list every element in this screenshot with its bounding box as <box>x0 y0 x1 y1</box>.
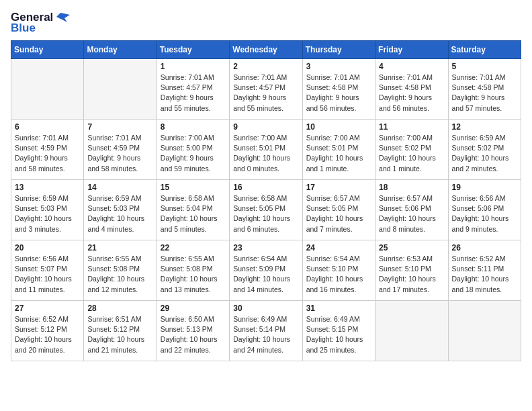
calendar-table: SundayMondayTuesdayWednesdayThursdayFrid… <box>11 40 521 361</box>
calendar-day-cell: 17Sunrise: 6:57 AM Sunset: 5:05 PM Dayli… <box>302 180 375 240</box>
day-info: Sunrise: 6:59 AM Sunset: 5:02 PM Dayligh… <box>452 133 517 174</box>
day-number: 18 <box>379 183 444 192</box>
day-info: Sunrise: 7:00 AM Sunset: 5:01 PM Dayligh… <box>233 133 298 174</box>
day-info: Sunrise: 6:54 AM Sunset: 5:09 PM Dayligh… <box>233 254 298 295</box>
day-info: Sunrise: 6:49 AM Sunset: 5:14 PM Dayligh… <box>233 314 298 355</box>
day-number: 10 <box>306 122 371 132</box>
day-info: Sunrise: 6:51 AM Sunset: 5:12 PM Dayligh… <box>87 314 152 355</box>
calendar-week-row: 6Sunrise: 7:01 AM Sunset: 4:59 PM Daylig… <box>11 120 521 180</box>
calendar-day-cell: 25Sunrise: 6:53 AM Sunset: 5:10 PM Dayli… <box>375 240 448 301</box>
day-info: Sunrise: 6:56 AM Sunset: 5:07 PM Dayligh… <box>15 254 80 295</box>
calendar-day-cell: 5Sunrise: 7:01 AM Sunset: 4:58 PM Daylig… <box>448 59 521 120</box>
calendar-day-cell: 6Sunrise: 7:01 AM Sunset: 4:59 PM Daylig… <box>11 120 84 180</box>
calendar-day-cell: 22Sunrise: 6:55 AM Sunset: 5:08 PM Dayli… <box>157 240 229 301</box>
calendar-week-row: 1Sunrise: 7:01 AM Sunset: 4:57 PM Daylig… <box>11 59 521 120</box>
day-info: Sunrise: 6:59 AM Sunset: 5:03 PM Dayligh… <box>15 193 80 234</box>
day-info: Sunrise: 7:01 AM Sunset: 4:58 PM Dayligh… <box>306 73 371 113</box>
day-number: 3 <box>306 62 371 71</box>
day-number: 22 <box>161 243 226 253</box>
calendar-day-cell: 28Sunrise: 6:51 AM Sunset: 5:12 PM Dayli… <box>84 301 157 361</box>
day-number: 20 <box>15 243 80 253</box>
calendar-day-cell <box>11 59 84 120</box>
weekday-header-monday: Monday <box>84 41 157 59</box>
calendar-day-cell <box>375 301 448 361</box>
day-number: 6 <box>15 122 80 132</box>
calendar-day-cell: 27Sunrise: 6:52 AM Sunset: 5:12 PM Dayli… <box>11 301 84 361</box>
calendar-day-cell: 19Sunrise: 6:56 AM Sunset: 5:06 PM Dayli… <box>448 180 521 240</box>
calendar-day-cell: 23Sunrise: 6:54 AM Sunset: 5:09 PM Dayli… <box>230 240 302 301</box>
calendar-day-cell: 29Sunrise: 6:50 AM Sunset: 5:13 PM Dayli… <box>157 301 229 361</box>
calendar-day-cell: 15Sunrise: 6:58 AM Sunset: 5:04 PM Dayli… <box>157 180 229 240</box>
weekday-header-sunday: Sunday <box>11 41 84 59</box>
day-info: Sunrise: 6:54 AM Sunset: 5:10 PM Dayligh… <box>306 254 371 295</box>
day-info: Sunrise: 6:55 AM Sunset: 5:08 PM Dayligh… <box>87 254 152 295</box>
calendar-day-cell <box>448 301 521 361</box>
day-info: Sunrise: 7:01 AM Sunset: 4:57 PM Dayligh… <box>233 73 298 113</box>
calendar-day-cell <box>84 59 157 120</box>
calendar-day-cell: 21Sunrise: 6:55 AM Sunset: 5:08 PM Dayli… <box>84 240 157 301</box>
day-info: Sunrise: 6:55 AM Sunset: 5:08 PM Dayligh… <box>161 254 226 295</box>
day-info: Sunrise: 6:52 AM Sunset: 5:12 PM Dayligh… <box>15 314 80 355</box>
day-number: 13 <box>15 183 80 192</box>
calendar-day-cell: 4Sunrise: 7:01 AM Sunset: 4:58 PM Daylig… <box>375 59 448 120</box>
calendar-day-cell: 9Sunrise: 7:00 AM Sunset: 5:01 PM Daylig… <box>230 120 302 180</box>
day-info: Sunrise: 6:58 AM Sunset: 5:05 PM Dayligh… <box>233 193 298 234</box>
day-info: Sunrise: 7:00 AM Sunset: 5:02 PM Dayligh… <box>379 133 444 174</box>
day-info: Sunrise: 7:01 AM Sunset: 4:58 PM Dayligh… <box>379 73 444 113</box>
calendar-day-cell: 31Sunrise: 6:49 AM Sunset: 5:15 PM Dayli… <box>302 301 375 361</box>
logo-bird-icon <box>55 11 70 24</box>
day-number: 9 <box>233 122 298 132</box>
day-info: Sunrise: 6:57 AM Sunset: 5:06 PM Dayligh… <box>379 193 444 234</box>
weekday-header-thursday: Thursday <box>302 41 375 59</box>
day-number: 30 <box>233 304 298 313</box>
day-number: 23 <box>233 243 298 253</box>
calendar-day-cell: 10Sunrise: 7:00 AM Sunset: 5:01 PM Dayli… <box>302 120 375 180</box>
calendar-day-cell: 12Sunrise: 6:59 AM Sunset: 5:02 PM Dayli… <box>448 120 521 180</box>
day-info: Sunrise: 6:53 AM Sunset: 5:10 PM Dayligh… <box>379 254 444 295</box>
day-number: 11 <box>379 122 444 132</box>
weekday-header-wednesday: Wednesday <box>230 41 302 59</box>
day-number: 14 <box>87 183 152 192</box>
day-number: 16 <box>233 183 298 192</box>
day-number: 5 <box>452 62 517 71</box>
day-number: 24 <box>306 243 371 253</box>
calendar-day-cell: 18Sunrise: 6:57 AM Sunset: 5:06 PM Dayli… <box>375 180 448 240</box>
day-info: Sunrise: 6:59 AM Sunset: 5:03 PM Dayligh… <box>87 193 152 234</box>
day-number: 17 <box>306 183 371 192</box>
logo-blue-text: Blue <box>11 21 36 35</box>
calendar-day-cell: 24Sunrise: 6:54 AM Sunset: 5:10 PM Dayli… <box>302 240 375 301</box>
day-number: 2 <box>233 62 298 71</box>
day-number: 25 <box>379 243 444 253</box>
day-number: 26 <box>452 243 517 253</box>
weekday-header-tuesday: Tuesday <box>157 41 229 59</box>
day-info: Sunrise: 6:52 AM Sunset: 5:11 PM Dayligh… <box>452 254 517 295</box>
day-number: 21 <box>87 243 152 253</box>
calendar-day-cell: 11Sunrise: 7:00 AM Sunset: 5:02 PM Dayli… <box>375 120 448 180</box>
day-info: Sunrise: 7:01 AM Sunset: 4:58 PM Dayligh… <box>452 73 517 113</box>
calendar-header-row: SundayMondayTuesdayWednesdayThursdayFrid… <box>11 41 521 59</box>
day-info: Sunrise: 6:58 AM Sunset: 5:04 PM Dayligh… <box>161 193 226 234</box>
day-number: 28 <box>87 304 152 313</box>
day-info: Sunrise: 6:49 AM Sunset: 5:15 PM Dayligh… <box>306 314 371 355</box>
day-info: Sunrise: 7:01 AM Sunset: 4:59 PM Dayligh… <box>87 133 152 174</box>
day-info: Sunrise: 7:01 AM Sunset: 4:59 PM Dayligh… <box>15 133 80 174</box>
calendar-day-cell: 1Sunrise: 7:01 AM Sunset: 4:57 PM Daylig… <box>157 59 229 120</box>
weekday-header-saturday: Saturday <box>448 41 521 59</box>
calendar-week-row: 13Sunrise: 6:59 AM Sunset: 5:03 PM Dayli… <box>11 180 521 240</box>
day-info: Sunrise: 6:50 AM Sunset: 5:13 PM Dayligh… <box>161 314 226 355</box>
day-number: 31 <box>306 304 371 313</box>
day-info: Sunrise: 6:57 AM Sunset: 5:05 PM Dayligh… <box>306 193 371 234</box>
calendar-day-cell: 13Sunrise: 6:59 AM Sunset: 5:03 PM Dayli… <box>11 180 84 240</box>
weekday-header-friday: Friday <box>375 41 448 59</box>
day-number: 27 <box>15 304 80 313</box>
calendar-day-cell: 30Sunrise: 6:49 AM Sunset: 5:14 PM Dayli… <box>230 301 302 361</box>
day-number: 1 <box>161 62 226 71</box>
calendar-day-cell: 14Sunrise: 6:59 AM Sunset: 5:03 PM Dayli… <box>84 180 157 240</box>
day-number: 12 <box>452 122 517 132</box>
calendar-day-cell: 7Sunrise: 7:01 AM Sunset: 4:59 PM Daylig… <box>84 120 157 180</box>
svg-marker-0 <box>56 13 70 22</box>
page-header: General Blue <box>11 11 521 35</box>
calendar-day-cell: 16Sunrise: 6:58 AM Sunset: 5:05 PM Dayli… <box>230 180 302 240</box>
day-number: 19 <box>452 183 517 192</box>
calendar-day-cell: 2Sunrise: 7:01 AM Sunset: 4:57 PM Daylig… <box>230 59 302 120</box>
